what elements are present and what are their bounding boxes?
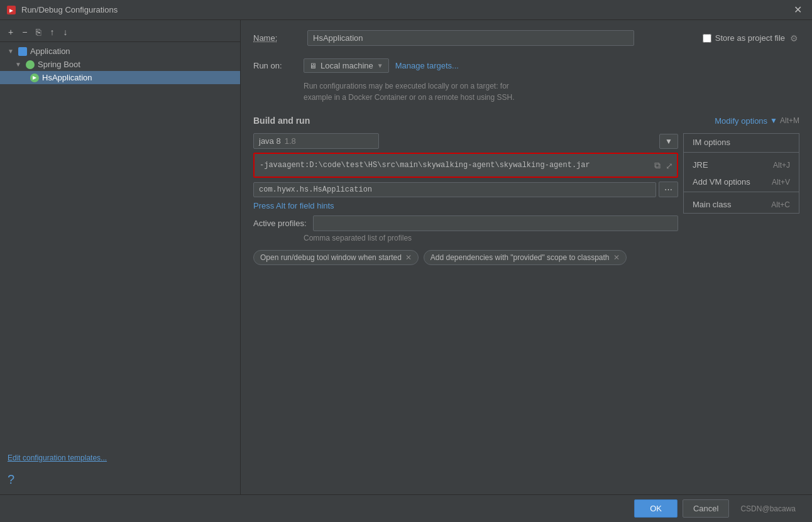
tag-add-dependencies: Add dependencies with "provided" scope t… [424, 250, 627, 265]
copy-config-button[interactable]: ⎘ [33, 25, 44, 39]
manage-targets-link[interactable]: Manage targets... [395, 61, 459, 70]
profiles-input[interactable] [313, 215, 678, 231]
vm-options-input[interactable] [255, 154, 677, 177]
sidebar-item-springboot[interactable]: ▼ Spring Boot [0, 58, 240, 71]
tag-add-dependencies-close[interactable]: ✕ [613, 253, 620, 262]
help-button[interactable]: ? [8, 472, 14, 487]
sidebar-item-application[interactable]: ▼ Application [0, 45, 240, 58]
java-select-dropdown[interactable]: java 8 1.8 [253, 133, 379, 149]
java-dropdown-arrow[interactable]: ▼ [659, 134, 678, 149]
move-down-button[interactable]: ↓ [60, 25, 70, 39]
title-bar: ► Run/Debug Configurations ✕ [0, 0, 812, 20]
java-version: 1.8 [285, 136, 296, 146]
java-row: java 8 1.8 ▼ [253, 133, 678, 149]
close-button[interactable]: ✕ [790, 3, 806, 17]
name-label: Name: [253, 33, 297, 43]
vm-options-copy-icon[interactable]: ⧉ [653, 159, 662, 172]
svg-text:►: ► [8, 7, 14, 14]
run-on-hint: Run configurations may be executed local… [304, 80, 799, 103]
java-config-area: java 8 1.8 ▼ ⧉ ⤢ [253, 133, 799, 265]
profiles-hint: Comma separated list of profiles [304, 234, 678, 242]
store-row: Store as project file ⚙ [703, 32, 799, 45]
local-machine-icon: 🖥 [309, 62, 317, 70]
main-content: + − ⎘ ↑ ↓ ▼ Application ▼ Spring Boot ▶ … [0, 20, 812, 494]
vm-options-expand-icon[interactable]: ⤢ [664, 159, 674, 172]
modify-options-chevron-icon: ▼ [770, 116, 777, 125]
remove-config-button[interactable]: − [19, 25, 30, 39]
tag-open-run-debug-close[interactable]: ✕ [405, 253, 412, 262]
tag-open-run-debug: Open run/debug tool window when started … [253, 250, 419, 265]
main-class-input[interactable] [253, 182, 656, 197]
vm-options-wrapper: ⧉ ⤢ [253, 153, 678, 178]
watermark-text: CSDN@bacawa [734, 501, 802, 517]
springboot-expand-icon: ▼ [15, 61, 23, 68]
field-hints-text[interactable]: Press Alt for field hints [253, 201, 334, 210]
tags-row: Open run/debug tool window when started … [253, 250, 678, 265]
sidebar-label-application: Application [30, 46, 70, 56]
tag-open-run-debug-label: Open run/debug tool window when started [260, 253, 402, 262]
run-on-dropdown[interactable]: 🖥 Local machine ▼ [304, 58, 389, 73]
sidebar-label-springboot: Spring Boot [38, 60, 80, 69]
app-logo-icon: ► [6, 5, 16, 15]
store-as-project-checkbox[interactable] [703, 34, 711, 43]
store-settings-icon[interactable]: ⚙ [789, 32, 799, 45]
run-on-row: Run on: 🖥 Local machine ▼ Manage targets… [253, 58, 799, 73]
tag-add-dependencies-label: Add dependencies with "provided" scope t… [431, 253, 610, 262]
right-options-menu: IM options JRE Alt+J Add VM options Alt+… [683, 133, 799, 214]
sidebar-toolbar: + − ⎘ ↑ ↓ [0, 23, 240, 42]
name-input[interactable] [307, 30, 634, 46]
menu-divider2 [684, 192, 799, 195]
run-on-label: Run on: [253, 61, 297, 70]
cancel-button[interactable]: Cancel [683, 499, 729, 518]
edit-templates-link[interactable]: Edit configuration templates... [0, 449, 240, 467]
ok-button[interactable]: OK [634, 499, 678, 518]
profiles-row: Active profiles: [253, 215, 678, 231]
java-label: java 8 [259, 136, 281, 146]
active-profiles-label: Active profiles: [253, 219, 307, 228]
bottom-bar: OK Cancel CSDN@bacawa [0, 494, 812, 522]
build-run-title: Build and run [253, 116, 310, 126]
springboot-icon [26, 60, 35, 69]
modify-options-btn[interactable]: Modify options ▼ Alt+M [715, 116, 799, 126]
add-config-button[interactable]: + [5, 25, 16, 39]
expand-icon: ▼ [8, 48, 15, 55]
main-class-browse-button[interactable]: ⋯ [659, 182, 678, 197]
run-config-icon: ▶ [30, 73, 39, 82]
jre-item[interactable]: JRE Alt+J [684, 156, 799, 173]
main-class-item[interactable]: Main class Alt+C [684, 196, 799, 213]
build-run-header: Build and run Modify options ▼ Alt+M [253, 116, 799, 126]
im-options-item[interactable]: IM options [684, 134, 799, 151]
config-panel: Name: Store as project file ⚙ Run on: 🖥 … [241, 20, 812, 494]
main-class-row: ⋯ [253, 182, 678, 197]
field-hints-row: Press Alt for field hints [253, 201, 678, 210]
java-left-panel: java 8 1.8 ▼ ⧉ ⤢ [253, 133, 678, 265]
application-icon [18, 47, 27, 56]
name-store-row: Name: Store as project file ⚙ [253, 30, 799, 46]
menu-divider [684, 152, 799, 155]
dialog-title: Run/Debug Configurations [21, 5, 790, 14]
store-as-project-label[interactable]: Store as project file [703, 33, 785, 43]
sidebar-label-hsapplication: HsApplication [42, 73, 92, 82]
run-debug-dialog: ► Run/Debug Configurations ✕ + − ⎘ ↑ ↓ ▼… [0, 0, 812, 522]
sidebar: + − ⎘ ↑ ↓ ▼ Application ▼ Spring Boot ▶ … [0, 20, 241, 494]
move-up-button[interactable]: ↑ [47, 25, 57, 39]
vm-input-icons: ⧉ ⤢ [653, 159, 674, 172]
run-on-value: Local machine [321, 61, 373, 70]
add-vm-options-item[interactable]: Add VM options Alt+V [684, 173, 799, 190]
dropdown-arrow-icon: ▼ [377, 62, 383, 69]
sidebar-item-hsapplication[interactable]: ▶ HsApplication [0, 71, 240, 84]
